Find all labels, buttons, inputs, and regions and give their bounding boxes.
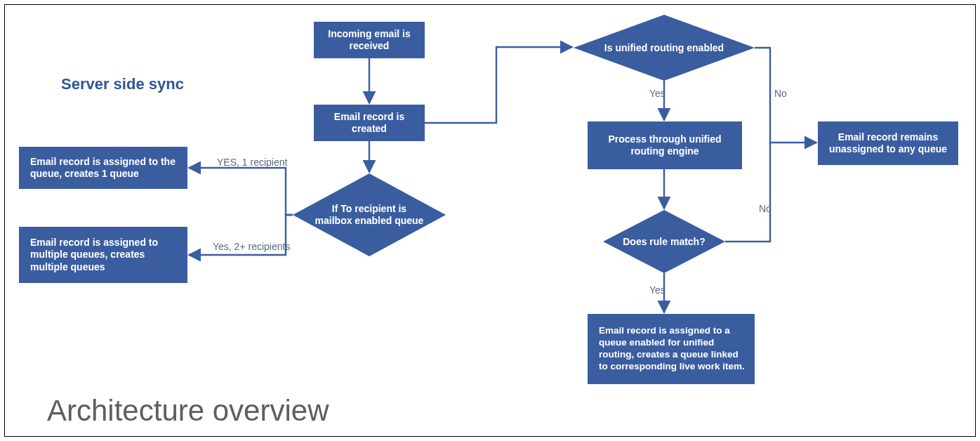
decision-unified-label: Is unified routing enabled [574,15,755,81]
node-multi-queue: Email record is assigned to multiple que… [19,227,187,283]
node-unassigned: Email record remains unassigned to any q… [818,121,958,165]
edge-label-single: YES, 1 recipient [217,157,287,168]
decision-rule-label: Does rule match? [603,210,725,273]
connectors [5,5,975,436]
decision-mailbox: If To recipient is mailbox enabled queue [293,173,446,256]
edge-label-multi: Yes, 2+ recipients [213,241,290,252]
node-single-queue: Email record is assigned to the queue, c… [19,147,187,189]
diagram-canvas: Server side sync Architecture overview E… [4,4,976,437]
node-incoming: Incoming email is received [314,22,425,58]
node-assigned-unified: Email record is assigned to a queue enab… [588,314,755,384]
edge-label-unified-no: No [774,88,787,99]
edge-label-unified-yes: Yes [649,88,666,99]
page-title: Architecture overview [47,394,329,428]
section-title: Server side sync [61,75,184,93]
edge-label-rule-yes: Yes [649,284,666,296]
edge-label-rule-no: No [759,203,772,214]
decision-mailbox-label: If To recipient is mailbox enabled queue [293,173,446,256]
node-engine: Process through unified routing engine [588,121,742,169]
node-created: Email record is created [314,105,425,141]
decision-rule: Does rule match? [603,210,725,273]
decision-unified: Is unified routing enabled [574,15,755,81]
